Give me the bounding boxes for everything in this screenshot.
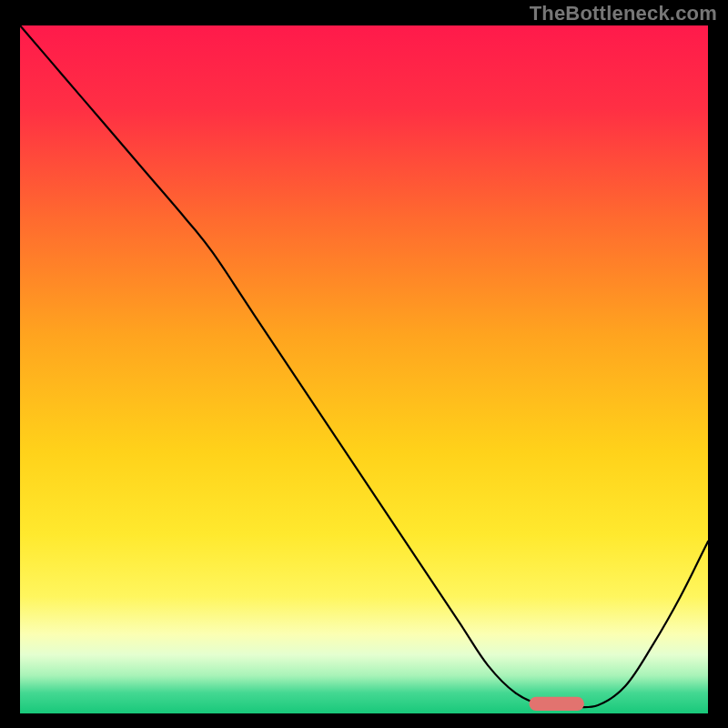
chart-frame: TheBottleneck.com [0,0,728,728]
gradient-background [20,25,708,713]
bottleneck-plot [20,25,708,713]
chart-svg [20,25,708,713]
watermark-text: TheBottleneck.com [530,2,717,25]
optimal-marker [529,697,583,711]
